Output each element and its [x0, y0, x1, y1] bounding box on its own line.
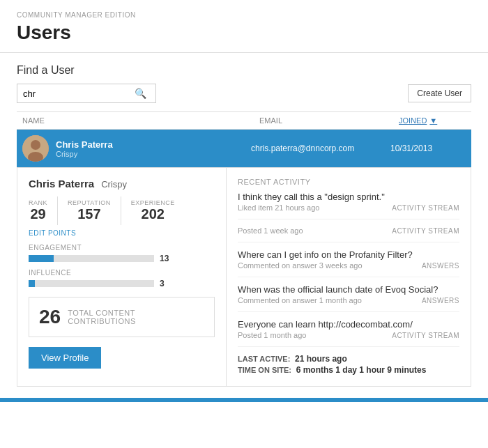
influence-bar	[29, 280, 154, 287]
last-active-row: LAST ACTIVE: 21 hours ago	[238, 354, 459, 364]
table-header: NAME EMAIL JOINED ▼	[17, 111, 471, 130]
detail-name: Chris Paterra	[29, 178, 94, 190]
col-email-header: EMAIL	[259, 116, 399, 125]
reputation-value: 157	[68, 206, 111, 222]
user-name-column: Chris Paterra Crispy	[56, 139, 251, 158]
last-active-section: LAST ACTIVE: 21 hours ago TIME ON SITE: …	[238, 354, 459, 375]
user-detail-panel: Chris Paterra Crispy RANK 29 REPUTATION …	[17, 167, 471, 387]
contributions-box: 26 TOTAL CONTENT CONTRIBUTIONS	[29, 297, 215, 337]
activity-item: I think they call this a "design sprint.…	[238, 192, 459, 219]
recent-activity-label: RECENT ACTIVITY	[238, 178, 459, 186]
time-on-site-value: 6 months 1 day 1 hour 9 minutes	[296, 365, 427, 375]
contributions-number: 26	[39, 306, 61, 328]
time-on-site-label: TIME ON SITE:	[238, 366, 291, 374]
user-row[interactable]: Chris Paterra Crispy chris.paterra@dnnco…	[17, 130, 471, 167]
activity-meta: Liked item 21 hours ago	[238, 203, 319, 212]
rank-label: RANK	[29, 199, 47, 206]
experience-value: 202	[131, 206, 175, 222]
engagement-label: ENGAGEMENT	[29, 244, 215, 252]
activity-meta: Posted 1 week ago	[238, 226, 303, 235]
last-active-value: 21 hours ago	[295, 354, 347, 364]
activity-tag: ACTIVITY STREAM	[392, 332, 459, 339]
contributions-label: TOTAL CONTENT CONTRIBUTIONS	[68, 309, 204, 325]
influence-section: INFLUENCE 3	[29, 269, 215, 288]
activity-title: I think they call this a "design sprint.…	[238, 192, 459, 202]
create-user-button[interactable]: Create User	[408, 84, 471, 102]
view-profile-button[interactable]: View Profile	[29, 347, 101, 369]
influence-label: INFLUENCE	[29, 269, 215, 277]
activity-item: Where can I get info on the Profanity Fi…	[238, 249, 459, 277]
activity-item: Everyone can learn http://codecombat.com…	[238, 319, 459, 347]
activity-meta: Posted 1 month ago	[238, 331, 306, 339]
search-input[interactable]	[23, 88, 135, 99]
bottom-bar	[0, 398, 488, 402]
rank-stat: RANK 29	[29, 196, 58, 225]
engagement-bar	[29, 255, 154, 262]
col-joined-header[interactable]: JOINED ▼	[399, 116, 466, 125]
activity-meta: Commented on answer 1 month ago	[238, 296, 362, 304]
sort-icon: ▼	[429, 116, 437, 125]
activity-tag: ANSWERS	[422, 297, 459, 304]
user-username: Crispy	[56, 150, 251, 158]
activity-title: Everyone can learn http://codecombat.com…	[238, 319, 459, 330]
activity-meta: Commented on answer 3 weeks ago	[238, 261, 363, 270]
activity-tag: ACTIVITY STREAM	[392, 227, 459, 235]
influence-value: 3	[160, 279, 165, 288]
user-display-name: Chris Paterra	[56, 139, 251, 150]
engagement-value: 13	[160, 254, 169, 263]
activity-tag: ACTIVITY STREAM	[392, 204, 459, 212]
experience-label: EXPERIENCE	[131, 199, 175, 206]
page-title: Users	[17, 22, 471, 44]
left-panel: Chris Paterra Crispy RANK 29 REPUTATION …	[17, 168, 227, 386]
avatar	[22, 135, 49, 162]
engagement-bar-fill	[29, 255, 54, 262]
find-user-heading: Find a User	[17, 64, 471, 77]
col-name-header: NAME	[22, 116, 259, 125]
detail-username: Crispy	[101, 179, 127, 190]
engagement-section: ENGAGEMENT 13	[29, 244, 215, 263]
experience-stat: EXPERIENCE 202	[131, 196, 185, 225]
activity-item: Posted 1 week ago ACTIVITY STREAM	[238, 226, 459, 242]
edition-label: COMMUNITY MANAGER EDITION	[17, 11, 471, 19]
reputation-label: REPUTATION	[68, 199, 111, 206]
user-joined-column: 10/31/2013	[390, 144, 466, 153]
edit-points-link[interactable]: EDIT POINTS	[29, 229, 215, 237]
activity-item: When was the official launch date of Evo…	[238, 284, 459, 312]
rank-value: 29	[29, 206, 47, 222]
user-email-column: chris.paterra@dnncorp.com	[251, 144, 390, 153]
right-panel: RECENT ACTIVITY I think they call this a…	[227, 168, 471, 386]
svg-point-1	[31, 140, 40, 150]
influence-bar-fill	[29, 280, 35, 287]
last-active-label: LAST ACTIVE:	[238, 355, 290, 363]
activity-tag: ANSWERS	[422, 262, 459, 270]
reputation-stat: REPUTATION 157	[68, 196, 121, 225]
activity-title: Where can I get info on the Profanity Fi…	[238, 249, 459, 260]
search-icon: 🔍	[135, 88, 146, 99]
search-box: 🔍	[17, 84, 156, 103]
activity-title: When was the official launch date of Evo…	[238, 284, 459, 295]
time-on-site-row: TIME ON SITE: 6 months 1 day 1 hour 9 mi…	[238, 365, 459, 375]
stats-row: RANK 29 REPUTATION 157 EXPERIENCE 202	[29, 196, 215, 225]
avatar-image	[22, 135, 49, 162]
